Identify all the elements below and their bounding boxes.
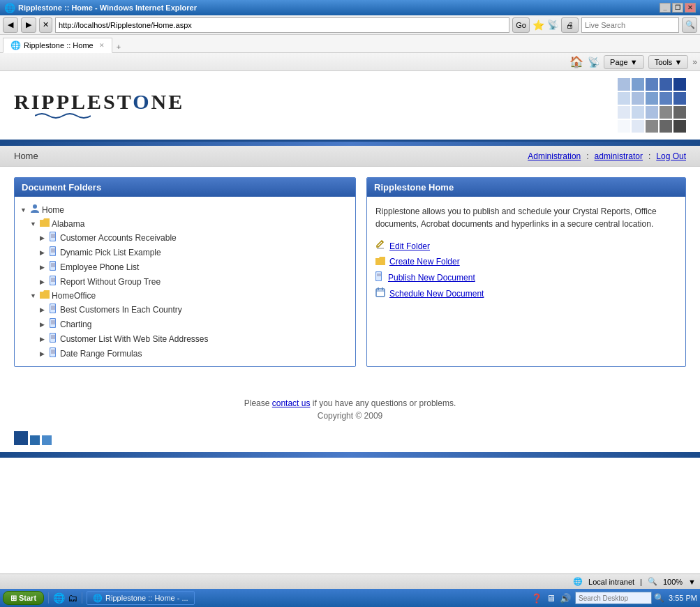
tree-item[interactable]: ▶Best Customers In Each Country (40, 302, 350, 317)
tree-item[interactable]: ▶Date Range Formulas (40, 346, 350, 361)
logo-text: RIPPLESTONE (14, 90, 184, 114)
go-button[interactable]: Go (512, 17, 530, 33)
tree-item[interactable]: ▶Report Without Group Tree (40, 274, 350, 289)
tree-item[interactable]: ▶Charting (40, 317, 350, 331)
minimize-button[interactable]: _ (660, 3, 671, 13)
action-item[interactable]: Publish New Document (375, 271, 677, 283)
tree-item-label: Best Customers In Each Country (60, 305, 182, 315)
tree-toggle-icon[interactable]: ▶ (40, 321, 48, 328)
print-button[interactable]: 🖨 (561, 17, 579, 33)
action-icon (375, 287, 385, 299)
tree-item[interactable]: ▼Home (20, 202, 350, 217)
restore-button[interactable]: ❐ (672, 3, 683, 13)
search-button[interactable]: 🔍 (682, 17, 697, 33)
tabs-bar: 🌐 Ripplestone :: Home ✕ + (0, 35, 700, 53)
action-label: Schedule New Document (389, 289, 484, 299)
feeds-icon[interactable]: 📡 (588, 57, 600, 68)
mosaic-tile (673, 92, 686, 105)
logout-link[interactable]: Log Out (656, 151, 686, 161)
tree-item-label: Employee Phone List (60, 262, 139, 272)
admin-link[interactable]: Administration (528, 151, 581, 161)
address-input[interactable] (55, 17, 509, 33)
tree-item-icon (30, 204, 40, 216)
mosaic-tile (673, 106, 686, 119)
tree-toggle-icon[interactable]: ▶ (40, 234, 48, 241)
action-label: Publish New Document (388, 273, 475, 283)
tab-icon: 🌐 (10, 40, 21, 50)
tree-item-label: Dynamic Pick List Example (60, 248, 161, 257)
bottom-decoration (0, 428, 700, 445)
tree-item-icon (40, 290, 50, 301)
mosaic-tile (646, 92, 658, 105)
nav-separator2: : (648, 151, 650, 161)
deco-square-3 (42, 435, 52, 445)
home-icon[interactable]: 🏠 (569, 55, 583, 68)
tree-item-icon (40, 218, 50, 229)
tree-toggle-icon[interactable]: ▼ (30, 220, 38, 227)
tree-item-icon (50, 232, 58, 243)
svg-rect-43 (376, 272, 381, 280)
folders-panel-header: Document Folders (15, 178, 355, 197)
tree-item[interactable]: ▶Dynamic Pick List Example (40, 245, 350, 260)
contact-link[interactable]: contact us (272, 398, 311, 408)
tree-toggle-icon[interactable]: ▶ (40, 350, 48, 357)
tree-item-icon (50, 246, 58, 258)
active-tab[interactable]: 🌐 Ripplestone :: Home ✕ (3, 38, 112, 53)
tree-item-icon (50, 304, 58, 315)
footer-text: Please contact us if you have any questi… (7, 398, 693, 408)
footer-before: Please (244, 398, 272, 408)
tree-toggle-icon[interactable]: ▶ (40, 306, 48, 313)
tree-toggle-icon[interactable]: ▶ (40, 278, 48, 285)
mosaic-decoration (618, 78, 686, 133)
tree-item[interactable]: ▶Employee Phone List (40, 260, 350, 274)
tree-item-label: Customer Accounts Receivable (60, 233, 177, 243)
tree-item[interactable]: ▶Customer List With Web Site Addresses (40, 331, 350, 346)
browser-content: RIPPLESTONE Home Administration : admini… (0, 71, 700, 490)
svg-rect-27 (50, 319, 55, 327)
tab-close-icon[interactable]: ✕ (99, 42, 105, 49)
refresh-button[interactable]: ✕ (39, 17, 52, 33)
action-item[interactable]: Edit Folder (375, 240, 677, 252)
svg-rect-17 (50, 276, 55, 285)
site-header: RIPPLESTONE (0, 71, 700, 142)
mosaic-tile (673, 78, 686, 91)
tree-item[interactable]: ▼HomeOffice (30, 289, 350, 302)
tree-item-label: Home (42, 205, 64, 215)
copyright-text: Copyright © 2009 (7, 411, 693, 421)
mosaic-tile (673, 120, 686, 133)
svg-rect-2 (50, 232, 55, 241)
tree-toggle-icon[interactable]: ▶ (40, 249, 48, 256)
title-bar-buttons: _ ❐ ✕ (660, 3, 696, 13)
title-bar: 🌐 Ripplestone :: Home - Windows Internet… (0, 0, 700, 15)
mosaic-tile (618, 92, 630, 105)
close-button[interactable]: ✕ (685, 3, 696, 13)
tree-toggle-icon[interactable]: ▶ (40, 264, 48, 271)
ripplestone-panel-header: Ripplestone Home (367, 178, 685, 197)
mosaic-tile (618, 78, 630, 91)
action-label: Create New Folder (389, 257, 460, 267)
svg-rect-12 (50, 262, 55, 270)
tree-toggle-icon[interactable]: ▼ (30, 292, 38, 299)
deco-square-2 (30, 435, 40, 445)
tree-toggle-icon[interactable]: ▶ (40, 336, 48, 343)
tree-item[interactable]: ▶Customer Accounts Receivable (40, 230, 350, 245)
forward-button[interactable]: ▶ (21, 17, 36, 33)
folder-tree: ▼Home▼Alabama▶Customer Accounts Receivab… (20, 202, 350, 361)
page-button[interactable]: Page ▼ (604, 55, 644, 69)
tree-toggle-icon[interactable]: ▼ (20, 207, 29, 213)
tree-item-label: Date Range Formulas (60, 349, 142, 359)
tree-item[interactable]: ▼Alabama (30, 217, 350, 230)
new-tab-button[interactable]: + (115, 41, 122, 52)
tools-button[interactable]: Tools ▼ (648, 55, 689, 69)
nav-home-label: Home (14, 151, 38, 161)
action-item[interactable]: Schedule New Document (375, 287, 677, 299)
action-item[interactable]: Create New Folder (375, 256, 677, 267)
search-input[interactable] (581, 17, 679, 33)
rss-icon: 📡 (547, 20, 558, 30)
tree-item-label: Charting (60, 320, 91, 329)
back-button[interactable]: ◀ (3, 17, 18, 33)
tree-item-label: Report Without Group Tree (60, 277, 161, 287)
mosaic-tile (632, 78, 644, 91)
user-link[interactable]: administrator (595, 151, 643, 161)
action-icon (375, 256, 385, 267)
